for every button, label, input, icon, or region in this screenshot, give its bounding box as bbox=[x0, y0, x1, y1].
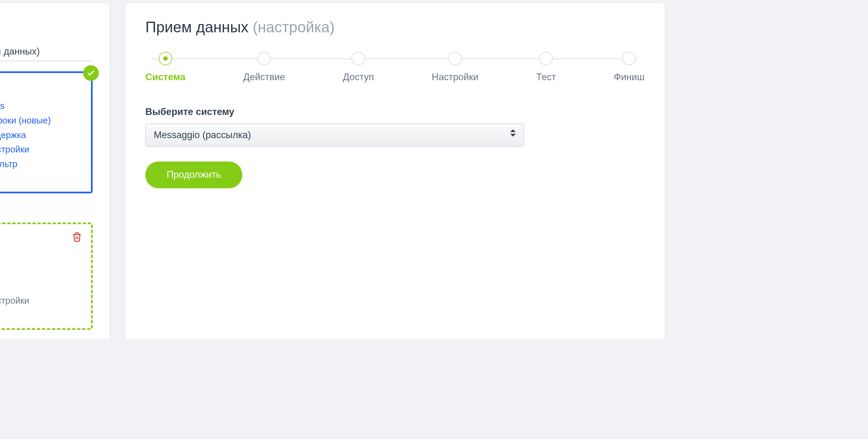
source-system-link[interactable]: Google Sheets bbox=[0, 101, 82, 111]
connection-sidebar-card: Название связи GOOGLE SHEETS -> (прием д… bbox=[0, 3, 110, 339]
dest-access-value: (не указано) bbox=[0, 281, 82, 292]
connection-name-heading: Название связи bbox=[0, 19, 93, 36]
continue-button[interactable]: Продолжить bbox=[145, 162, 242, 189]
source-settings-link[interactable]: изменить настройки bbox=[0, 145, 82, 155]
step-test[interactable]: Тест bbox=[536, 52, 556, 83]
source-filter-link[interactable]: изменить фильтр bbox=[0, 159, 82, 169]
step-finish[interactable]: Финиш bbox=[614, 52, 645, 83]
step-settings[interactable]: Настройки bbox=[432, 52, 478, 83]
source-access-link[interactable]: Support Поддержка bbox=[0, 130, 82, 140]
destination-box[interactable]: 2 ПРИЕМ ДАННЫХ Система(не указано) Дейст… bbox=[0, 223, 93, 330]
system-select[interactable]: Messaggio (рассылка) bbox=[145, 124, 524, 147]
dest-system-link[interactable]: (не указано) bbox=[0, 252, 82, 262]
dest-test-value: проверить bbox=[0, 310, 82, 320]
check-icon bbox=[83, 65, 99, 81]
trash-icon[interactable] bbox=[72, 232, 82, 244]
setup-title: Прием данных (настройка) bbox=[145, 19, 645, 36]
source-action-link[interactable]: Загрузить строки (новые) bbox=[0, 115, 82, 126]
step-system[interactable]: Система bbox=[145, 52, 185, 83]
dest-action-value: (не указано) bbox=[0, 267, 82, 277]
connection-name-input[interactable]: GOOGLE SHEETS -> (прием данных) bbox=[0, 46, 93, 61]
dest-settings-value: изменить настройки bbox=[0, 296, 82, 306]
content: Связи Главная / Связи / GOOGLE SHEETS ->… bbox=[0, 0, 670, 339]
step-action[interactable]: Действие bbox=[243, 52, 285, 83]
select-system-label: Выберите систему bbox=[145, 107, 645, 118]
source-box[interactable]: 1 ИСТОЧНИК ДАННЫХ СистемаGoogle Sheets Д… bbox=[0, 71, 93, 193]
step-access[interactable]: Доступ bbox=[343, 52, 374, 83]
source-test-link[interactable]: проверить bbox=[0, 174, 82, 184]
stepper: Система Действие Доступ Настройки Тест Ф… bbox=[145, 52, 645, 83]
setup-card: Прием данных (настройка) Система Действи… bbox=[125, 3, 665, 339]
